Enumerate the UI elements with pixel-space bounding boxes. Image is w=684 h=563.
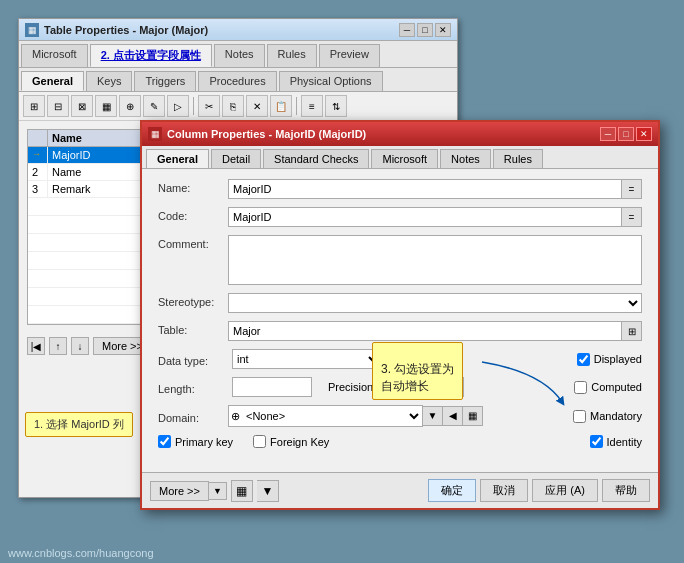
- primary-key-checkbox[interactable]: [158, 435, 171, 448]
- cancel-button[interactable]: 取消: [480, 479, 528, 502]
- confirm-button[interactable]: 确定: [428, 479, 476, 502]
- col-minimize-button[interactable]: ─: [600, 127, 616, 141]
- table-window-title: Table Properties - Major (Major): [44, 24, 394, 36]
- toolbar-btn-6[interactable]: ✎: [143, 95, 165, 117]
- toolbar-btn-7[interactable]: ▷: [167, 95, 189, 117]
- table-label: Table:: [158, 321, 228, 336]
- code-btn[interactable]: =: [622, 207, 642, 227]
- close-button[interactable]: ✕: [435, 23, 451, 37]
- computed-checkbox[interactable]: [574, 381, 587, 394]
- subtab-procedures[interactable]: Procedures: [198, 71, 276, 91]
- datatype-select[interactable]: int: [232, 349, 382, 369]
- table-window-controls: ─ □ ✕: [399, 23, 451, 37]
- footer-more-button[interactable]: More >>: [150, 481, 209, 501]
- footer-more-arrow-btn[interactable]: ▼: [209, 482, 227, 500]
- domain-select[interactable]: <None>: [242, 406, 422, 426]
- mandatory-checkbox[interactable]: [573, 410, 586, 423]
- col-tab-detail[interactable]: Detail: [211, 149, 261, 168]
- code-row: Code: =: [158, 207, 642, 227]
- comment-textarea[interactable]: [228, 235, 642, 285]
- code-input[interactable]: [228, 207, 622, 227]
- toolbar-btn-filter[interactable]: ≡: [301, 95, 323, 117]
- nav-first[interactable]: |◀: [27, 337, 45, 355]
- toolbar-btn-sort[interactable]: ⇅: [325, 95, 347, 117]
- watermark: www.cnblogs.com/huangcong: [8, 547, 154, 559]
- name-row: Name: =: [158, 179, 642, 199]
- row-2-name: Remark: [48, 181, 148, 197]
- toolbar-btn-paste[interactable]: 📋: [270, 95, 292, 117]
- subtab-general[interactable]: General: [21, 71, 84, 91]
- col-close-button[interactable]: ✕: [636, 127, 652, 141]
- stereotype-select[interactable]: [228, 293, 642, 313]
- nav-next[interactable]: ↓: [71, 337, 89, 355]
- col-tab-notes[interactable]: Notes: [440, 149, 491, 168]
- domain-clear-btn[interactable]: ▦: [463, 406, 483, 426]
- identity-label: Identity: [607, 436, 642, 448]
- displayed-label: Displayed: [594, 353, 642, 365]
- computed-label: Computed: [591, 381, 642, 393]
- table-row-field: Table: ⊞: [158, 321, 642, 341]
- col-tab-microsoft[interactable]: Microsoft: [371, 149, 438, 168]
- table-toolbar: ⊞ ⊟ ⊠ ▦ ⊕ ✎ ▷ ✂ ⎘ ✕ 📋 ≡ ⇅: [19, 92, 457, 121]
- col-dialog-footer: More >> ▼ ▦ ▼ 确定 取消 应用 (A) 帮助: [142, 472, 658, 508]
- col-dialog-title: Column Properties - MajorID (MajorID): [167, 128, 595, 140]
- minimize-button[interactable]: ─: [399, 23, 415, 37]
- col-dialog-icon: ▦: [148, 127, 162, 141]
- length-input[interactable]: [232, 377, 312, 397]
- col-tab-rules[interactable]: Rules: [493, 149, 543, 168]
- length-label: Length:: [158, 380, 228, 395]
- tab-rules[interactable]: Rules: [267, 44, 317, 67]
- domain-dropdown-btn[interactable]: ▼: [423, 406, 443, 426]
- checkboxes-row: Primary key Foreign Key Identity: [158, 435, 642, 448]
- maximize-button[interactable]: □: [417, 23, 433, 37]
- mandatory-label: Mandatory: [590, 410, 642, 422]
- precision-label: Precision:: [328, 381, 376, 393]
- col-tab-standard-checks[interactable]: Standard Checks: [263, 149, 369, 168]
- toolbar-btn-cut[interactable]: ✂: [198, 95, 220, 117]
- name-input[interactable]: [228, 179, 622, 199]
- displayed-checkbox[interactable]: [577, 353, 590, 366]
- stereotype-row: Stereotype:: [158, 293, 642, 313]
- tab-notes[interactable]: Notes: [214, 44, 265, 67]
- toolbar-btn-5[interactable]: ⊕: [119, 95, 141, 117]
- nav-prev[interactable]: ↑: [49, 337, 67, 355]
- toolbar-btn-3[interactable]: ⊠: [71, 95, 93, 117]
- domain-nav-btn[interactable]: ◀: [443, 406, 463, 426]
- toolbar-btn-2[interactable]: ⊟: [47, 95, 69, 117]
- datatype-label: Data type:: [158, 352, 228, 367]
- tab-field-properties[interactable]: 2. 点击设置字段属性: [90, 44, 212, 67]
- col-dialog-body: Name: = Code: = Comment: Stereotype: Tab…: [142, 169, 658, 464]
- table-sub-tabs: General Keys Triggers Procedures Physica…: [19, 68, 457, 92]
- toolbar-btn-delete[interactable]: ✕: [246, 95, 268, 117]
- footer-arrow-btn[interactable]: ▼: [257, 480, 279, 502]
- toolbar-sep-1: [193, 97, 194, 115]
- subtab-physical-options[interactable]: Physical Options: [279, 71, 383, 91]
- col-maximize-button[interactable]: □: [618, 127, 634, 141]
- footer-more-group: More >> ▼: [150, 481, 227, 501]
- identity-checkbox[interactable]: [590, 435, 603, 448]
- toolbar-btn-4[interactable]: ▦: [95, 95, 117, 117]
- col-tab-general[interactable]: General: [146, 149, 209, 168]
- domain-label: Domain:: [158, 409, 228, 424]
- tab-microsoft[interactable]: Microsoft: [21, 44, 88, 67]
- table-input[interactable]: [228, 321, 622, 341]
- name-btn[interactable]: =: [622, 179, 642, 199]
- row-0-name: MajorID: [48, 147, 148, 163]
- domain-row: Domain: ⊕ <None> ▼ ◀ ▦ Mandatory: [158, 405, 642, 427]
- help-button[interactable]: 帮助: [602, 479, 650, 502]
- col-dialog-controls: ─ □ ✕: [600, 127, 652, 141]
- row-1-indicator: 2: [28, 164, 48, 180]
- toolbar-btn-copy[interactable]: ⎘: [222, 95, 244, 117]
- row-1-name: Name: [48, 164, 148, 180]
- toolbar-btn-1[interactable]: ⊞: [23, 95, 45, 117]
- apply-button[interactable]: 应用 (A): [532, 479, 598, 502]
- footer-icon-btn[interactable]: ▦: [231, 480, 253, 502]
- subtab-keys[interactable]: Keys: [86, 71, 132, 91]
- tab-preview[interactable]: Preview: [319, 44, 380, 67]
- foreign-key-checkbox[interactable]: [253, 435, 266, 448]
- col-header-indicator: [28, 130, 48, 146]
- comment-label: Comment:: [158, 235, 228, 250]
- subtab-triggers[interactable]: Triggers: [134, 71, 196, 91]
- table-btn[interactable]: ⊞: [622, 321, 642, 341]
- col-dialog-titlebar: ▦ Column Properties - MajorID (MajorID) …: [142, 122, 658, 146]
